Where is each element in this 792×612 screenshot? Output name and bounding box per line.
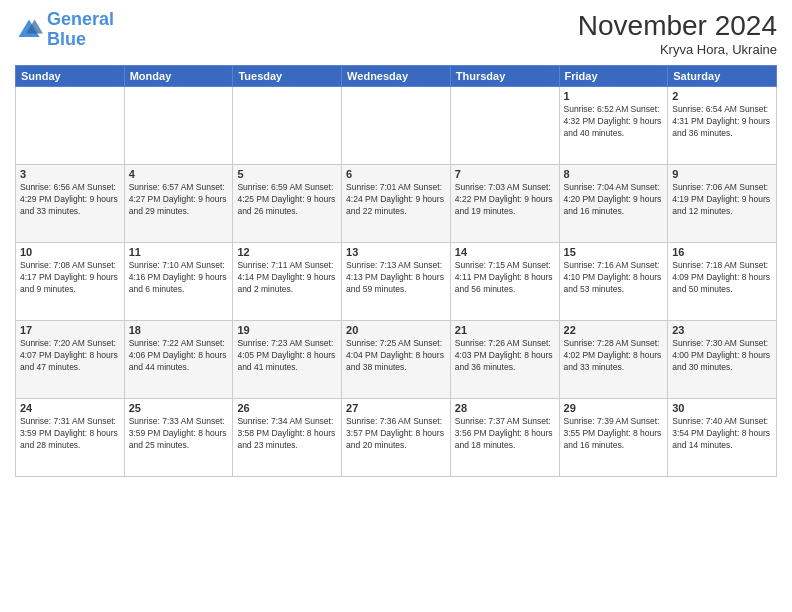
calendar-header-row: Sunday Monday Tuesday Wednesday Thursday… xyxy=(16,66,777,87)
calendar-week-0: 1Sunrise: 6:52 AM Sunset: 4:32 PM Daylig… xyxy=(16,87,777,165)
day-number: 29 xyxy=(564,402,664,414)
calendar-cell: 26Sunrise: 7:34 AM Sunset: 3:58 PM Dayli… xyxy=(233,399,342,477)
calendar-cell: 4Sunrise: 6:57 AM Sunset: 4:27 PM Daylig… xyxy=(124,165,233,243)
day-info: Sunrise: 6:54 AM Sunset: 4:31 PM Dayligh… xyxy=(672,104,772,140)
day-number: 25 xyxy=(129,402,229,414)
day-info: Sunrise: 7:03 AM Sunset: 4:22 PM Dayligh… xyxy=(455,182,555,218)
calendar-cell: 21Sunrise: 7:26 AM Sunset: 4:03 PM Dayli… xyxy=(450,321,559,399)
calendar-cell xyxy=(233,87,342,165)
day-info: Sunrise: 7:39 AM Sunset: 3:55 PM Dayligh… xyxy=(564,416,664,452)
day-number: 13 xyxy=(346,246,446,258)
calendar-cell: 23Sunrise: 7:30 AM Sunset: 4:00 PM Dayli… xyxy=(668,321,777,399)
calendar-cell xyxy=(342,87,451,165)
day-info: Sunrise: 7:11 AM Sunset: 4:14 PM Dayligh… xyxy=(237,260,337,296)
day-info: Sunrise: 7:31 AM Sunset: 3:59 PM Dayligh… xyxy=(20,416,120,452)
day-info: Sunrise: 7:16 AM Sunset: 4:10 PM Dayligh… xyxy=(564,260,664,296)
calendar: Sunday Monday Tuesday Wednesday Thursday… xyxy=(15,65,777,477)
day-info: Sunrise: 7:15 AM Sunset: 4:11 PM Dayligh… xyxy=(455,260,555,296)
logo: General Blue xyxy=(15,10,114,50)
calendar-cell: 8Sunrise: 7:04 AM Sunset: 4:20 PM Daylig… xyxy=(559,165,668,243)
day-info: Sunrise: 7:08 AM Sunset: 4:17 PM Dayligh… xyxy=(20,260,120,296)
day-info: Sunrise: 6:57 AM Sunset: 4:27 PM Dayligh… xyxy=(129,182,229,218)
day-info: Sunrise: 7:33 AM Sunset: 3:59 PM Dayligh… xyxy=(129,416,229,452)
day-number: 14 xyxy=(455,246,555,258)
calendar-week-2: 10Sunrise: 7:08 AM Sunset: 4:17 PM Dayli… xyxy=(16,243,777,321)
day-info: Sunrise: 6:52 AM Sunset: 4:32 PM Dayligh… xyxy=(564,104,664,140)
calendar-cell: 11Sunrise: 7:10 AM Sunset: 4:16 PM Dayli… xyxy=(124,243,233,321)
calendar-cell: 1Sunrise: 6:52 AM Sunset: 4:32 PM Daylig… xyxy=(559,87,668,165)
day-info: Sunrise: 7:13 AM Sunset: 4:13 PM Dayligh… xyxy=(346,260,446,296)
calendar-week-3: 17Sunrise: 7:20 AM Sunset: 4:07 PM Dayli… xyxy=(16,321,777,399)
day-number: 28 xyxy=(455,402,555,414)
calendar-cell: 17Sunrise: 7:20 AM Sunset: 4:07 PM Dayli… xyxy=(16,321,125,399)
calendar-cell: 28Sunrise: 7:37 AM Sunset: 3:56 PM Dayli… xyxy=(450,399,559,477)
title-block: November 2024 Kryva Hora, Ukraine xyxy=(578,10,777,57)
calendar-cell: 19Sunrise: 7:23 AM Sunset: 4:05 PM Dayli… xyxy=(233,321,342,399)
calendar-cell: 20Sunrise: 7:25 AM Sunset: 4:04 PM Dayli… xyxy=(342,321,451,399)
col-friday: Friday xyxy=(559,66,668,87)
day-number: 20 xyxy=(346,324,446,336)
logo-icon xyxy=(15,16,43,44)
calendar-cell: 3Sunrise: 6:56 AM Sunset: 4:29 PM Daylig… xyxy=(16,165,125,243)
day-info: Sunrise: 7:28 AM Sunset: 4:02 PM Dayligh… xyxy=(564,338,664,374)
day-info: Sunrise: 7:22 AM Sunset: 4:06 PM Dayligh… xyxy=(129,338,229,374)
day-number: 24 xyxy=(20,402,120,414)
day-info: Sunrise: 7:23 AM Sunset: 4:05 PM Dayligh… xyxy=(237,338,337,374)
day-number: 11 xyxy=(129,246,229,258)
col-sunday: Sunday xyxy=(16,66,125,87)
calendar-cell: 22Sunrise: 7:28 AM Sunset: 4:02 PM Dayli… xyxy=(559,321,668,399)
day-number: 9 xyxy=(672,168,772,180)
calendar-cell: 18Sunrise: 7:22 AM Sunset: 4:06 PM Dayli… xyxy=(124,321,233,399)
calendar-cell: 12Sunrise: 7:11 AM Sunset: 4:14 PM Dayli… xyxy=(233,243,342,321)
col-wednesday: Wednesday xyxy=(342,66,451,87)
calendar-cell: 29Sunrise: 7:39 AM Sunset: 3:55 PM Dayli… xyxy=(559,399,668,477)
col-monday: Monday xyxy=(124,66,233,87)
calendar-cell: 16Sunrise: 7:18 AM Sunset: 4:09 PM Dayli… xyxy=(668,243,777,321)
calendar-cell: 2Sunrise: 6:54 AM Sunset: 4:31 PM Daylig… xyxy=(668,87,777,165)
calendar-week-1: 3Sunrise: 6:56 AM Sunset: 4:29 PM Daylig… xyxy=(16,165,777,243)
day-number: 4 xyxy=(129,168,229,180)
day-number: 23 xyxy=(672,324,772,336)
calendar-cell: 5Sunrise: 6:59 AM Sunset: 4:25 PM Daylig… xyxy=(233,165,342,243)
day-info: Sunrise: 7:40 AM Sunset: 3:54 PM Dayligh… xyxy=(672,416,772,452)
calendar-cell: 24Sunrise: 7:31 AM Sunset: 3:59 PM Dayli… xyxy=(16,399,125,477)
calendar-cell: 7Sunrise: 7:03 AM Sunset: 4:22 PM Daylig… xyxy=(450,165,559,243)
day-number: 15 xyxy=(564,246,664,258)
header: General Blue November 2024 Kryva Hora, U… xyxy=(15,10,777,57)
calendar-week-4: 24Sunrise: 7:31 AM Sunset: 3:59 PM Dayli… xyxy=(16,399,777,477)
day-number: 22 xyxy=(564,324,664,336)
calendar-cell: 14Sunrise: 7:15 AM Sunset: 4:11 PM Dayli… xyxy=(450,243,559,321)
day-number: 16 xyxy=(672,246,772,258)
logo-text: General Blue xyxy=(47,10,114,50)
day-number: 5 xyxy=(237,168,337,180)
calendar-cell: 30Sunrise: 7:40 AM Sunset: 3:54 PM Dayli… xyxy=(668,399,777,477)
day-number: 19 xyxy=(237,324,337,336)
day-number: 3 xyxy=(20,168,120,180)
day-number: 26 xyxy=(237,402,337,414)
day-info: Sunrise: 7:36 AM Sunset: 3:57 PM Dayligh… xyxy=(346,416,446,452)
col-saturday: Saturday xyxy=(668,66,777,87)
day-number: 17 xyxy=(20,324,120,336)
day-info: Sunrise: 7:37 AM Sunset: 3:56 PM Dayligh… xyxy=(455,416,555,452)
day-info: Sunrise: 6:59 AM Sunset: 4:25 PM Dayligh… xyxy=(237,182,337,218)
day-number: 1 xyxy=(564,90,664,102)
day-number: 21 xyxy=(455,324,555,336)
calendar-cell: 15Sunrise: 7:16 AM Sunset: 4:10 PM Dayli… xyxy=(559,243,668,321)
calendar-cell: 6Sunrise: 7:01 AM Sunset: 4:24 PM Daylig… xyxy=(342,165,451,243)
calendar-cell: 27Sunrise: 7:36 AM Sunset: 3:57 PM Dayli… xyxy=(342,399,451,477)
day-info: Sunrise: 7:34 AM Sunset: 3:58 PM Dayligh… xyxy=(237,416,337,452)
calendar-cell xyxy=(450,87,559,165)
logo-line1: General xyxy=(47,9,114,29)
calendar-cell: 10Sunrise: 7:08 AM Sunset: 4:17 PM Dayli… xyxy=(16,243,125,321)
day-number: 12 xyxy=(237,246,337,258)
day-info: Sunrise: 7:04 AM Sunset: 4:20 PM Dayligh… xyxy=(564,182,664,218)
day-number: 10 xyxy=(20,246,120,258)
day-info: Sunrise: 6:56 AM Sunset: 4:29 PM Dayligh… xyxy=(20,182,120,218)
day-info: Sunrise: 7:20 AM Sunset: 4:07 PM Dayligh… xyxy=(20,338,120,374)
day-number: 6 xyxy=(346,168,446,180)
day-info: Sunrise: 7:26 AM Sunset: 4:03 PM Dayligh… xyxy=(455,338,555,374)
logo-line2: Blue xyxy=(47,29,86,49)
day-number: 18 xyxy=(129,324,229,336)
calendar-cell xyxy=(124,87,233,165)
day-number: 30 xyxy=(672,402,772,414)
